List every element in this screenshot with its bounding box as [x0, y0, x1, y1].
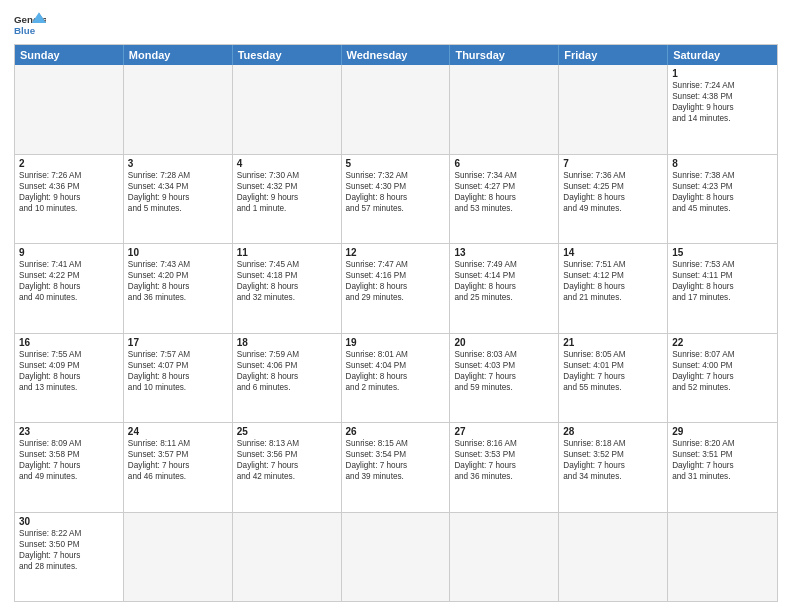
day-number: 4 [237, 158, 337, 169]
calendar-cell [233, 513, 342, 602]
calendar-cell: 18Sunrise: 7:59 AM Sunset: 4:06 PM Dayli… [233, 334, 342, 423]
calendar-cell: 22Sunrise: 8:07 AM Sunset: 4:00 PM Dayli… [668, 334, 777, 423]
day-number: 30 [19, 516, 119, 527]
calendar-cell: 27Sunrise: 8:16 AM Sunset: 3:53 PM Dayli… [450, 423, 559, 512]
calendar-cell: 30Sunrise: 8:22 AM Sunset: 3:50 PM Dayli… [15, 513, 124, 602]
day-number: 6 [454, 158, 554, 169]
day-info: Sunrise: 8:18 AM Sunset: 3:52 PM Dayligh… [563, 438, 663, 482]
header-day-tuesday: Tuesday [233, 45, 342, 65]
day-number: 20 [454, 337, 554, 348]
day-info: Sunrise: 7:53 AM Sunset: 4:11 PM Dayligh… [672, 259, 773, 303]
calendar-cell: 13Sunrise: 7:49 AM Sunset: 4:14 PM Dayli… [450, 244, 559, 333]
day-info: Sunrise: 7:28 AM Sunset: 4:34 PM Dayligh… [128, 170, 228, 214]
day-info: Sunrise: 7:24 AM Sunset: 4:38 PM Dayligh… [672, 80, 773, 124]
day-info: Sunrise: 7:38 AM Sunset: 4:23 PM Dayligh… [672, 170, 773, 214]
day-number: 27 [454, 426, 554, 437]
calendar-cell [124, 65, 233, 154]
day-info: Sunrise: 7:34 AM Sunset: 4:27 PM Dayligh… [454, 170, 554, 214]
day-info: Sunrise: 7:47 AM Sunset: 4:16 PM Dayligh… [346, 259, 446, 303]
header-day-monday: Monday [124, 45, 233, 65]
day-number: 28 [563, 426, 663, 437]
day-info: Sunrise: 7:59 AM Sunset: 4:06 PM Dayligh… [237, 349, 337, 393]
calendar-cell: 8Sunrise: 7:38 AM Sunset: 4:23 PM Daylig… [668, 155, 777, 244]
day-number: 9 [19, 247, 119, 258]
logo: General Blue [14, 10, 46, 38]
day-info: Sunrise: 7:49 AM Sunset: 4:14 PM Dayligh… [454, 259, 554, 303]
calendar-cell [559, 65, 668, 154]
calendar-cell: 10Sunrise: 7:43 AM Sunset: 4:20 PM Dayli… [124, 244, 233, 333]
calendar-cell: 25Sunrise: 8:13 AM Sunset: 3:56 PM Dayli… [233, 423, 342, 512]
day-number: 26 [346, 426, 446, 437]
calendar-cell: 2Sunrise: 7:26 AM Sunset: 4:36 PM Daylig… [15, 155, 124, 244]
calendar-cell: 26Sunrise: 8:15 AM Sunset: 3:54 PM Dayli… [342, 423, 451, 512]
calendar-cell [450, 513, 559, 602]
calendar-cell: 14Sunrise: 7:51 AM Sunset: 4:12 PM Dayli… [559, 244, 668, 333]
day-info: Sunrise: 7:43 AM Sunset: 4:20 PM Dayligh… [128, 259, 228, 303]
day-number: 13 [454, 247, 554, 258]
day-info: Sunrise: 7:41 AM Sunset: 4:22 PM Dayligh… [19, 259, 119, 303]
day-number: 5 [346, 158, 446, 169]
day-number: 23 [19, 426, 119, 437]
day-info: Sunrise: 8:07 AM Sunset: 4:00 PM Dayligh… [672, 349, 773, 393]
calendar-cell: 12Sunrise: 7:47 AM Sunset: 4:16 PM Dayli… [342, 244, 451, 333]
day-number: 24 [128, 426, 228, 437]
day-number: 2 [19, 158, 119, 169]
calendar-cell: 5Sunrise: 7:32 AM Sunset: 4:30 PM Daylig… [342, 155, 451, 244]
calendar-header: SundayMondayTuesdayWednesdayThursdayFrid… [15, 45, 777, 65]
calendar-cell: 9Sunrise: 7:41 AM Sunset: 4:22 PM Daylig… [15, 244, 124, 333]
day-info: Sunrise: 8:13 AM Sunset: 3:56 PM Dayligh… [237, 438, 337, 482]
calendar-week-3: 9Sunrise: 7:41 AM Sunset: 4:22 PM Daylig… [15, 244, 777, 334]
day-info: Sunrise: 8:09 AM Sunset: 3:58 PM Dayligh… [19, 438, 119, 482]
day-info: Sunrise: 8:01 AM Sunset: 4:04 PM Dayligh… [346, 349, 446, 393]
header-day-wednesday: Wednesday [342, 45, 451, 65]
calendar-cell [342, 65, 451, 154]
header-day-thursday: Thursday [450, 45, 559, 65]
calendar-cell: 19Sunrise: 8:01 AM Sunset: 4:04 PM Dayli… [342, 334, 451, 423]
day-info: Sunrise: 8:20 AM Sunset: 3:51 PM Dayligh… [672, 438, 773, 482]
day-number: 22 [672, 337, 773, 348]
calendar-cell: 23Sunrise: 8:09 AM Sunset: 3:58 PM Dayli… [15, 423, 124, 512]
calendar-cell: 4Sunrise: 7:30 AM Sunset: 4:32 PM Daylig… [233, 155, 342, 244]
header-day-sunday: Sunday [15, 45, 124, 65]
calendar-cell: 29Sunrise: 8:20 AM Sunset: 3:51 PM Dayli… [668, 423, 777, 512]
day-info: Sunrise: 7:26 AM Sunset: 4:36 PM Dayligh… [19, 170, 119, 214]
calendar: SundayMondayTuesdayWednesdayThursdayFrid… [14, 44, 778, 602]
calendar-week-6: 30Sunrise: 8:22 AM Sunset: 3:50 PM Dayli… [15, 513, 777, 602]
day-number: 25 [237, 426, 337, 437]
calendar-cell: 21Sunrise: 8:05 AM Sunset: 4:01 PM Dayli… [559, 334, 668, 423]
header: General Blue [14, 10, 778, 38]
calendar-cell: 7Sunrise: 7:36 AM Sunset: 4:25 PM Daylig… [559, 155, 668, 244]
day-info: Sunrise: 8:16 AM Sunset: 3:53 PM Dayligh… [454, 438, 554, 482]
page: General Blue SundayMondayTuesdayWednesda… [0, 0, 792, 612]
day-number: 1 [672, 68, 773, 79]
day-number: 15 [672, 247, 773, 258]
day-info: Sunrise: 8:15 AM Sunset: 3:54 PM Dayligh… [346, 438, 446, 482]
calendar-cell [559, 513, 668, 602]
day-info: Sunrise: 7:57 AM Sunset: 4:07 PM Dayligh… [128, 349, 228, 393]
day-info: Sunrise: 8:11 AM Sunset: 3:57 PM Dayligh… [128, 438, 228, 482]
day-number: 3 [128, 158, 228, 169]
day-info: Sunrise: 7:51 AM Sunset: 4:12 PM Dayligh… [563, 259, 663, 303]
day-info: Sunrise: 7:30 AM Sunset: 4:32 PM Dayligh… [237, 170, 337, 214]
day-number: 19 [346, 337, 446, 348]
calendar-cell: 11Sunrise: 7:45 AM Sunset: 4:18 PM Dayli… [233, 244, 342, 333]
header-day-friday: Friday [559, 45, 668, 65]
day-number: 18 [237, 337, 337, 348]
calendar-week-1: 1Sunrise: 7:24 AM Sunset: 4:38 PM Daylig… [15, 65, 777, 155]
day-number: 29 [672, 426, 773, 437]
calendar-cell [233, 65, 342, 154]
day-info: Sunrise: 7:45 AM Sunset: 4:18 PM Dayligh… [237, 259, 337, 303]
day-number: 7 [563, 158, 663, 169]
calendar-week-4: 16Sunrise: 7:55 AM Sunset: 4:09 PM Dayli… [15, 334, 777, 424]
calendar-cell: 3Sunrise: 7:28 AM Sunset: 4:34 PM Daylig… [124, 155, 233, 244]
day-info: Sunrise: 7:32 AM Sunset: 4:30 PM Dayligh… [346, 170, 446, 214]
day-number: 17 [128, 337, 228, 348]
calendar-cell: 15Sunrise: 7:53 AM Sunset: 4:11 PM Dayli… [668, 244, 777, 333]
calendar-cell: 17Sunrise: 7:57 AM Sunset: 4:07 PM Dayli… [124, 334, 233, 423]
calendar-week-5: 23Sunrise: 8:09 AM Sunset: 3:58 PM Dayli… [15, 423, 777, 513]
day-number: 14 [563, 247, 663, 258]
calendar-cell [124, 513, 233, 602]
calendar-cell: 20Sunrise: 8:03 AM Sunset: 4:03 PM Dayli… [450, 334, 559, 423]
day-number: 16 [19, 337, 119, 348]
generalblue-logo-icon: General Blue [14, 10, 46, 38]
